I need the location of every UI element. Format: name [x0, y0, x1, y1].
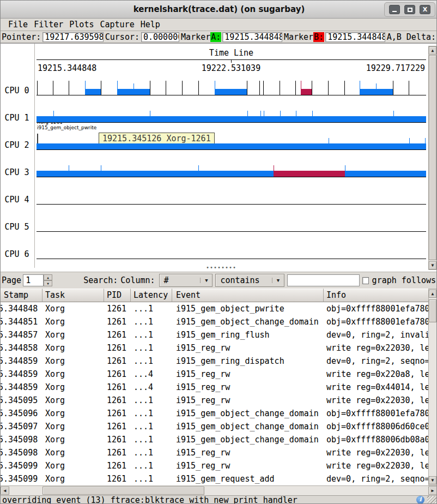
cpu-0-event-tick [69, 81, 69, 95]
cpu-0-event-tick [85, 81, 86, 95]
table-row[interactable]: 5.344857Xorg1261...1i915_gem_ring_flushd… [1, 328, 429, 341]
cpu-0-event-tick [301, 81, 301, 95]
cpu-2-event-tick [329, 138, 329, 143]
table-row[interactable]: 5.344851Xorg1261...1i915_gem_object_chan… [1, 315, 429, 328]
cell-task: Xorg [43, 394, 104, 407]
column-select[interactable]: # ▼ [159, 274, 213, 287]
table-vscrollbar[interactable]: ▲ ▼ [428, 289, 437, 485]
page-input[interactable]: 1 [23, 274, 44, 286]
cell-latency: ...1 [131, 433, 172, 446]
table-row[interactable]: 5.344858Xorg1261...1i915_reg_rwwrite reg… [1, 341, 429, 355]
cell-stamp: 5.344858 [1, 341, 43, 355]
column-select-value: # [160, 275, 201, 285]
cell-latency: ...4 [131, 381, 172, 394]
table-row[interactable]: 5.344848Xorg1261...1i915_gem_object_pwri… [1, 302, 429, 315]
scroll-right-icon[interactable]: ▶ [428, 487, 437, 495]
menu-item-capture[interactable]: Capture [100, 19, 134, 30]
cpu-0-task-bar [117, 89, 150, 95]
marker-b-key: B: [313, 32, 324, 42]
table-row[interactable]: 5.345095Xorg1261...1i915_reg_rwwrite reg… [1, 394, 429, 407]
cell-info: obj=0xffff88001efa780 [324, 302, 429, 315]
graph-scroll-down-icon[interactable]: ▼ [429, 261, 436, 269]
cell-pid: 1261 [104, 368, 131, 381]
timeline-title: Time Line [37, 48, 426, 58]
cpu-0-event-tick [312, 81, 312, 95]
column-header-latency[interactable]: Latency [131, 289, 172, 302]
page-spin-down-icon[interactable]: ▼ [44, 280, 52, 286]
graph-vscrollbar[interactable]: ▲ ▼ [428, 46, 437, 270]
cpu-0-event-tick [259, 81, 260, 95]
page-label: Page [2, 275, 21, 285]
column-header-task[interactable]: Task [43, 289, 104, 302]
cell-pid: 1261 [104, 407, 131, 420]
table-row[interactable]: 5.345098Xorg1261...1i915_reg_rwwrite reg… [1, 446, 429, 459]
cell-latency: ...1 [131, 341, 172, 355]
cell-stamp: 5.345098 [1, 446, 43, 459]
table-row[interactable]: 5.345099Xorg1261...1i915_gem_request_add… [1, 472, 429, 485]
resize-grip[interactable] [427, 496, 436, 504]
column-header-event[interactable]: Event [172, 289, 324, 302]
cpu-1-event-tick [260, 111, 261, 116]
cell-info: obj=0xffff88001efa780 [324, 315, 429, 328]
cell-stamp: 5.344859 [1, 381, 43, 394]
graph-vscrollbar-thumb[interactable] [429, 55, 436, 260]
minimize-button[interactable] [389, 5, 400, 14]
table-row[interactable]: 5.345098Xorg1261...1i915_gem_object_chan… [1, 433, 429, 446]
cell-event: i915_reg_rw [172, 446, 324, 459]
pointer-label: Pointer: [2, 32, 41, 42]
graph-scroll-up-icon[interactable]: ▲ [429, 46, 436, 55]
cell-event: i915_reg_rw [172, 394, 324, 407]
scroll-left-icon[interactable]: ◀ [1, 487, 9, 495]
titlebar[interactable]: kernelshark(trace.dat) (on sugarbay) X [1, 1, 437, 19]
table-row[interactable]: 5.344859Xorg1261...1i915_gem_ring_dispat… [1, 355, 429, 368]
maximize-button[interactable] [404, 5, 415, 14]
cpu-0-event-tick [376, 83, 377, 89]
cpu-0-event-tick [101, 81, 101, 95]
search-input[interactable] [287, 274, 360, 286]
cpu-0-baseline [37, 95, 426, 95]
table-row[interactable]: 5.344859Xorg1261...4i915_reg_rwwrite reg… [1, 381, 429, 394]
table-scroll-down-icon[interactable]: ▼ [429, 476, 436, 484]
table-row[interactable]: 5.344859Xorg1261...4i915_reg_rwwrite reg… [1, 368, 429, 381]
hscrollbar-thumb[interactable] [43, 487, 204, 495]
cell-info: dev=0, ring=2, seqno= [324, 355, 429, 368]
close-button[interactable]: X [420, 5, 430, 14]
table-row[interactable]: 5.345096Xorg1261...1i915_gem_object_chan… [1, 407, 429, 420]
cell-event: i915_gem_object_change_domain [172, 433, 324, 446]
menu-item-help[interactable]: Help [141, 19, 160, 30]
cell-task: Xorg [43, 433, 104, 446]
column-header-pid[interactable]: PID [104, 289, 131, 302]
cell-event: i915_gem_object_change_domain [172, 407, 324, 420]
cell-stamp: 5.344851 [1, 315, 43, 328]
table-vscrollbar-thumb[interactable] [429, 299, 436, 322]
delta-label: A,B Delta: [387, 32, 436, 42]
cell-task: Xorg [43, 420, 104, 433]
search-label: Search: [83, 275, 118, 285]
cpu-0-task-bar [301, 89, 312, 95]
pane-splitter-handle[interactable]: •••••••• [205, 266, 238, 269]
table-header: StampTaskPIDLatencyEventInfo [1, 289, 429, 302]
cpu-1-event-tick [312, 111, 313, 116]
cell-task: Xorg [43, 446, 104, 459]
table-hscrollbar[interactable]: ◀ ▶ [1, 485, 437, 495]
cell-latency: ...1 [131, 407, 172, 420]
menu-item-plots[interactable]: Plots [69, 19, 94, 30]
table-row[interactable]: 5.345099Xorg1261...1i915_reg_rwwrite reg… [1, 459, 429, 472]
match-select[interactable]: contains ▼ [215, 274, 284, 287]
page-spinner: 1 ▲ ▼ [23, 274, 52, 286]
cell-latency: ...1 [131, 328, 172, 341]
column-header-info[interactable]: Info [324, 289, 429, 302]
table-scroll-up-icon[interactable]: ▲ [429, 290, 436, 298]
page-spin-up-icon[interactable]: ▲ [44, 274, 52, 280]
column-header-stamp[interactable]: Stamp [1, 289, 43, 302]
graph-follows-checkbox[interactable] [362, 277, 368, 284]
cpu-1-event-tick [150, 111, 150, 116]
menu-item-file[interactable]: File [8, 19, 28, 30]
table-row[interactable]: 5.345097Xorg1261...1i915_gem_object_chan… [1, 420, 429, 433]
menu-item-filter[interactable]: Filter [34, 19, 63, 30]
page-spin-buttons: ▲ ▼ [44, 274, 52, 286]
cpu-label-0: CPU 0 [1, 86, 33, 95]
cell-event: i915_reg_rw [172, 381, 324, 394]
cpu-6-baseline [37, 259, 426, 259]
timeline-plot[interactable]: Time Line 19215.344848 19222.531039 1922… [37, 44, 426, 268]
